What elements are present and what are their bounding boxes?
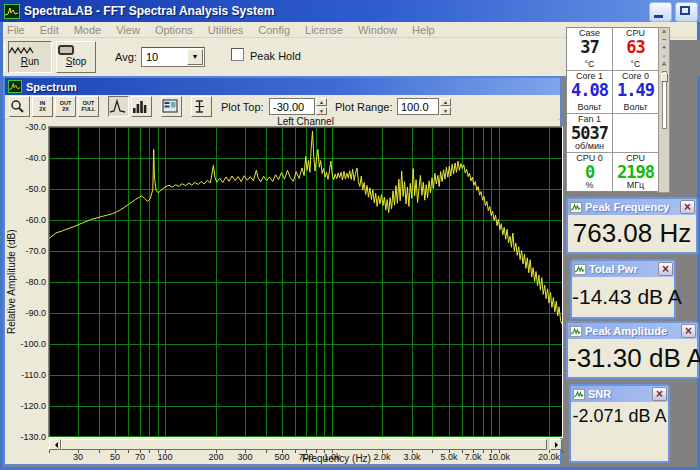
peak-amplitude-title-bar[interactable]: Peak Amplitude× — [568, 323, 697, 339]
peak-frequency-title-bar[interactable]: Peak Frequency× — [568, 199, 696, 215]
menu-item-window[interactable]: Window — [358, 24, 397, 36]
menu-item-mode[interactable]: Mode — [74, 24, 102, 36]
move-icon[interactable]: + — [659, 44, 669, 52]
menu-item-utilities[interactable]: Utilities — [208, 24, 243, 36]
spectrum-title-bar[interactable]: Spectrum — [5, 78, 560, 95]
close-icon[interactable]: × — [658, 262, 673, 276]
scrollbar-thumb[interactable] — [61, 439, 547, 450]
monitor-cell-unit: Вольт — [567, 102, 612, 112]
maximize-button[interactable] — [675, 2, 698, 22]
spin-down-icon[interactable]: ▼ — [440, 107, 451, 115]
total-pwr-title-bar[interactable]: Total Pwr× — [572, 261, 674, 277]
plot-top-input[interactable]: -30.00 — [269, 98, 315, 115]
bar-graph-mode-button[interactable] — [131, 96, 152, 117]
minimize-icon — [654, 15, 663, 18]
minimize-button[interactable] — [649, 2, 672, 22]
monitor-cell-unit: °C — [613, 59, 658, 69]
peak-hold-checkbox[interactable] — [231, 48, 244, 61]
hardware-monitor-panel: Case37°CCPU63°CCore 14.08ВольтCore 01.49… — [566, 27, 659, 192]
monitor-cell-value: 63 — [613, 39, 658, 56]
y-tick-label: -60.0 — [7, 215, 46, 225]
zoom-tool-button[interactable] — [9, 96, 30, 117]
monitor-cell-unit: % — [567, 180, 612, 190]
menu-item-help[interactable]: Help — [412, 24, 435, 36]
avg-value: 10 — [146, 51, 158, 63]
meter-icon — [570, 202, 582, 213]
minimize-icon[interactable]: − — [659, 36, 669, 44]
peak-curve-mode-button[interactable] — [108, 96, 129, 117]
spin-up-icon[interactable]: ▲ — [316, 98, 327, 106]
meter-icon — [570, 326, 582, 337]
monitor-cell-cpu-0: CPU 00% — [567, 153, 612, 191]
zoom-out-full-button[interactable]: OUTFULL — [78, 96, 99, 117]
y-tick-label: -130.0 — [7, 432, 46, 442]
lock-icon[interactable]: A — [659, 60, 669, 68]
display-options-button[interactable] — [161, 96, 182, 117]
monitor-cell-unit: МГц — [613, 180, 658, 190]
marker-tool-button[interactable] — [191, 96, 212, 117]
monitor-cell-value: 37 — [567, 39, 612, 56]
zoom-in-2x-button[interactable]: IN2X — [32, 96, 53, 117]
title-bar[interactable]: SpectraLAB - FFT Spectral Analysis Syste… — [0, 0, 700, 22]
plot-top-spinner[interactable]: ▲▼ — [316, 98, 327, 115]
monitor-cell-cpu: CPU63°C — [613, 28, 658, 70]
y-tick-label: -50.0 — [7, 184, 46, 194]
spectrum-plot[interactable] — [49, 127, 562, 437]
avg-label: Avg: — [115, 51, 137, 63]
snr-title-bar[interactable]: SNR× — [571, 386, 668, 402]
monitor-window-background — [669, 40, 700, 76]
window-icon[interactable]: ▫ — [659, 52, 669, 60]
plot-horizontal-scrollbar[interactable] — [49, 439, 562, 450]
menu-item-license[interactable]: License — [305, 24, 343, 36]
snr-value: -2.071 dB A — [571, 402, 668, 461]
display-options-icon — [162, 99, 181, 113]
chevron-down-icon[interactable]: ▼ — [187, 49, 203, 65]
main-window: SpectraLAB - FFT Spectral Analysis Syste… — [0, 0, 700, 470]
menu-item-edit[interactable]: Edit — [40, 24, 59, 36]
scroll-right-arrow[interactable] — [550, 439, 562, 450]
menu-item-view[interactable]: View — [116, 24, 140, 36]
close-icon[interactable]: × — [681, 324, 696, 338]
y-tick-label: -30.0 — [7, 122, 46, 132]
plot-range-spinner[interactable]: ▲▼ — [440, 98, 451, 115]
plot-range-input[interactable]: 100.0 — [397, 98, 439, 115]
monitor-cell-value: 0 — [567, 164, 612, 181]
y-tick-label: -90.0 — [7, 308, 46, 318]
menu-item-options[interactable]: Options — [155, 24, 193, 36]
stop-button[interactable]: Stop — [56, 41, 96, 73]
x-axis-label: Frequency (Hz) — [49, 453, 562, 464]
meter-icon — [573, 389, 585, 400]
total-pwr-value: -14.43 dB A — [572, 277, 674, 317]
close-icon[interactable]: × — [652, 387, 667, 401]
monitor-cell-value: 1.49 — [613, 82, 658, 99]
spectrum-window-title: Spectrum — [26, 81, 77, 93]
monitor-slider-thumb[interactable] — [661, 73, 668, 82]
peak-curve-icon — [109, 99, 128, 114]
peak-frequency-value: 763.08 Hz — [568, 215, 696, 252]
monitor-cell-core-1: Core 14.08Вольт — [567, 71, 612, 113]
scroll-left-arrow[interactable] — [49, 439, 61, 450]
spin-up-icon[interactable]: ▲ — [440, 98, 451, 106]
snr-panel: SNR×-2.071 dB A — [569, 384, 670, 463]
close-icon[interactable]: × — [680, 200, 695, 214]
run-button-label: Run — [9, 56, 51, 67]
y-tick-label: -40.0 — [7, 153, 46, 163]
zoom-in-2x-icon: IN2X — [34, 98, 51, 113]
plot-frame — [48, 126, 563, 438]
monitor-cell-empty — [613, 114, 658, 152]
stop-icon — [57, 45, 75, 56]
monitor-cell-value: 4.08 — [567, 82, 612, 99]
close-icon[interactable]: × — [659, 28, 669, 36]
avg-combobox[interactable]: 10 ▼ — [141, 47, 205, 67]
menu-item-file[interactable]: File — [7, 24, 25, 36]
y-tick-label: -110.0 — [7, 370, 46, 380]
spectrum-window: Spectrum IN2XOUT2XOUTFULLPlot Top:-30.00… — [3, 76, 562, 466]
total-pwr-panel: Total Pwr×-14.43 dB A — [570, 259, 676, 319]
zoom-out-2x-button[interactable]: OUT2X — [55, 96, 76, 117]
spin-down-icon[interactable]: ▼ — [316, 107, 327, 115]
monitor-slider[interactable] — [662, 71, 667, 129]
menu-item-config[interactable]: Config — [258, 24, 290, 36]
monitor-cell-value: 2198 — [613, 164, 658, 181]
monitor-cell-case: Case37°C — [567, 28, 612, 70]
run-button[interactable]: Run — [8, 41, 52, 73]
